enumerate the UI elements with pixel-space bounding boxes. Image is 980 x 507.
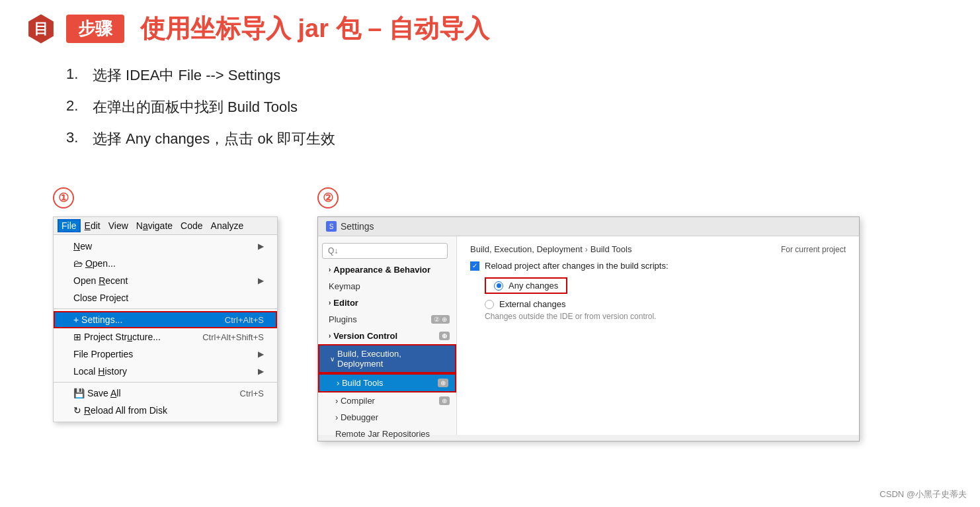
panels: ① File Edit View Navigate Code Analyze N… — [0, 181, 980, 455]
external-changes-label: External changes — [499, 299, 565, 309]
menu-item-settings[interactable]: + Settings... Ctrl+Alt+S — [54, 311, 277, 328]
menu-item-new[interactable]: New ▶ — [54, 238, 277, 255]
sidebar-item-build-tools[interactable]: › Build Tools ⊕ — [318, 373, 456, 392]
menu-item-save-all[interactable]: 💾 Save All Ctrl+S — [54, 385, 277, 402]
menu-container: File Edit View Navigate Code Analyze New… — [53, 216, 278, 422]
breadcrumb-part2: Build Tools — [591, 244, 632, 254]
external-changes-radio[interactable] — [485, 300, 494, 309]
reload-label: Reload project after changes in the buil… — [485, 261, 669, 271]
sidebar-item-build-execution[interactable]: ∨ Build, Execution, Deployment — [318, 344, 456, 373]
settings-search-input[interactable] — [322, 243, 448, 259]
settings-title-icon: S — [326, 221, 337, 232]
instruction-step3: 选择 Any changes，点击 ok 即可生效 — [66, 129, 927, 149]
menu-item-reload[interactable]: ↻ Reload All from Disk — [54, 402, 277, 419]
sidebar-item-compiler[interactable]: › Compiler ⊕ — [318, 392, 456, 409]
sidebar-item-editor[interactable]: › Editor — [318, 295, 456, 311]
sidebar-item-version-control[interactable]: › Version Control ⊕ — [318, 328, 456, 344]
any-changes-row: Any changes — [485, 277, 846, 294]
for-current-label: For current project — [781, 245, 846, 254]
page-title: 使用坐标导入 jar 包 – 自动导入 — [140, 12, 489, 46]
reload-checkbox[interactable]: ✓ — [470, 261, 479, 271]
instructions: 选择 IDEA中 File --> Settings 在弹出的面板中找到 Bui… — [0, 52, 980, 181]
menu-item-project-structure[interactable]: ⊞ Project Structure... Ctrl+Alt+Shift+S — [54, 328, 277, 346]
menu-item-local-history[interactable]: Local History ▶ — [54, 363, 277, 380]
settings-breadcrumb: Build, Execution, Deployment › Build Too… — [470, 244, 846, 254]
menu-item-open[interactable]: 🗁 Open... — [54, 255, 277, 272]
instruction-step1: 选择 IDEA中 File --> Settings — [66, 66, 927, 85]
menu-items: New ▶ 🗁 Open... Open Recent ▶ Close Proj… — [54, 235, 277, 422]
menu-item-file-properties[interactable]: File Properties ▶ — [54, 346, 277, 363]
sidebar-item-debugger[interactable]: › Debugger — [318, 409, 456, 426]
reload-option-row: ✓ Reload project after changes in the bu… — [470, 261, 846, 271]
menu-bar-analyze[interactable]: Analyze — [207, 219, 248, 232]
panel-menu: ① File Edit View Navigate Code Analyze N… — [53, 187, 278, 422]
radio-options: Any changes External changes — [470, 277, 846, 309]
menu-bar: File Edit View Navigate Code Analyze — [54, 217, 277, 235]
sidebar-item-plugins[interactable]: Plugins ② ⊕ — [318, 311, 456, 328]
watermark: CSDN @小黑子史蒂夫 — [879, 488, 967, 500]
menu-item-close-project[interactable]: Close Project — [54, 289, 277, 306]
menu-bar-code[interactable]: Code — [177, 219, 206, 232]
settings-container: S Settings › Appearance & Behavior Keyma… — [317, 216, 860, 441]
settings-main: Build, Execution, Deployment › Build Too… — [457, 236, 859, 435]
settings-title-text: Settings — [341, 221, 374, 232]
sidebar-item-keymap[interactable]: Keymap — [318, 278, 456, 295]
breadcrumb-part1: Build, Execution, Deployment — [470, 244, 583, 254]
any-changes-radio[interactable] — [494, 281, 503, 291]
instruction-step2: 在弹出的面板中找到 Build Tools — [66, 97, 927, 117]
menu-item-open-recent[interactable]: Open Recent ▶ — [54, 272, 277, 289]
badge2: ② — [317, 187, 954, 212]
any-changes-label: Any changes — [509, 281, 558, 291]
header-icon: 目 — [26, 15, 56, 44]
menu-bar-file[interactable]: File — [58, 219, 81, 232]
badge1: ① — [53, 187, 278, 212]
external-changes-row: External changes — [485, 299, 846, 309]
menu-bar-edit[interactable]: Edit — [81, 219, 104, 232]
panel-settings: ② S Settings › Appearance & Behavior Key… — [317, 187, 954, 441]
hint-text: Changes outside the IDE or from version … — [470, 312, 846, 321]
menu-bar-navigate[interactable]: Navigate — [132, 219, 177, 232]
sidebar-item-appearance[interactable]: › Appearance & Behavior — [318, 261, 456, 278]
breadcrumb-sep: › — [585, 245, 588, 254]
any-changes-box: Any changes — [485, 277, 567, 294]
radio-inner-dot — [497, 283, 501, 288]
sidebar-item-remote-jar[interactable]: Remote Jar Repositories — [318, 426, 456, 442]
settings-sidebar: › Appearance & Behavior Keymap › Editor … — [318, 236, 457, 435]
menu-bar-view[interactable]: View — [104, 219, 132, 232]
settings-body: › Appearance & Behavior Keymap › Editor … — [318, 236, 859, 435]
settings-titlebar: S Settings — [318, 217, 859, 236]
step-label: 步骤 — [66, 15, 124, 43]
header: 目 步骤 使用坐标导入 jar 包 – 自动导入 — [0, 0, 980, 52]
